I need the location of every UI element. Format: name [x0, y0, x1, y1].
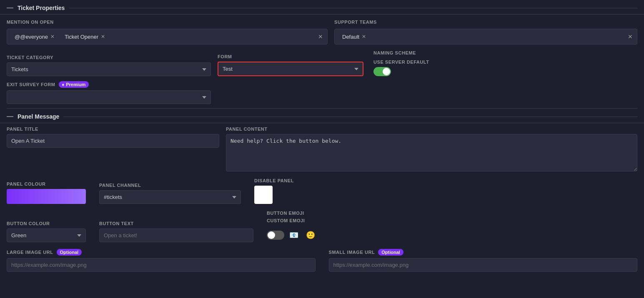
small-image-url-input[interactable]	[329, 258, 638, 272]
support-tag-default-text: Default	[342, 34, 359, 40]
support-tags-container[interactable]: Default ✕ ✕	[334, 29, 637, 45]
panel-message-header: — Panel Message	[0, 109, 644, 123]
panel-channel-select[interactable]: #tickets	[99, 190, 241, 204]
use-server-default-label: USE SERVER DEFAULT	[373, 60, 429, 65]
button-text-input[interactable]	[99, 228, 253, 242]
custom-emoji-toggle[interactable]	[267, 231, 284, 240]
form-field: FORM Test	[218, 54, 363, 76]
panel-content-label: PANEL CONTENT	[226, 127, 637, 132]
panel-title-field: PANEL TITLE	[7, 127, 219, 171]
panel-header-divider	[63, 117, 637, 117]
mention-tag-everyone-text: @@everyone	[15, 34, 48, 40]
mention-tag-everyone-close[interactable]: ✕	[50, 34, 55, 40]
emoji-picker-button[interactable]: 🙂	[303, 228, 318, 242]
form-label: FORM	[218, 54, 363, 59]
small-image-url-label: SMALL IMAGE URL	[329, 250, 375, 255]
mention-tag-ticket-opener-close[interactable]: ✕	[101, 34, 105, 40]
support-tags-clear[interactable]: ✕	[628, 33, 633, 40]
button-colour-field: BUTTON COLOUR Green Red Blue Grey	[7, 221, 86, 242]
naming-scheme-label: NAMING SCHEME	[373, 50, 429, 55]
form-highlight-box: Test	[218, 62, 363, 76]
use-server-default-toggle-wrapper	[373, 67, 429, 76]
use-server-default-toggle[interactable]	[373, 67, 391, 76]
disable-panel-label: DISABLE PANEL	[254, 178, 294, 183]
exit-survey-form-label: EXIT SURVEY FORM	[7, 82, 55, 87]
panel-colour-label: PANEL COLOUR	[7, 181, 86, 186]
mention-tag-ticket-opener-text: Ticket Opener	[65, 34, 98, 40]
disable-panel-box[interactable]	[254, 186, 273, 204]
panel-content-textarea[interactable]: Need help? Click the button below.	[226, 134, 637, 171]
ticket-properties-title: Ticket Properties	[18, 5, 65, 11]
mention-tags-clear[interactable]: ✕	[318, 33, 323, 40]
premium-icon: ♦	[62, 82, 65, 87]
panel-title-input[interactable]	[7, 134, 219, 148]
large-image-optional-badge: Optional	[57, 249, 82, 256]
mention-tags-container[interactable]: @@everyone ✕ Ticket Opener ✕ ✕	[7, 29, 328, 45]
ticket-properties-section: — Ticket Properties MENTION ON OPEN @@ev…	[0, 0, 644, 108]
emoji-mail-icon: 📧	[289, 231, 298, 240]
panel-message-section: — Panel Message PANEL TITLE PANEL CONTEN…	[0, 109, 644, 275]
button-text-label: BUTTON TEXT	[99, 221, 253, 226]
ticket-properties-header: — Ticket Properties	[0, 0, 644, 15]
collapse-icon[interactable]: —	[7, 4, 13, 12]
mention-on-open-label: MENTION ON OPEN	[7, 17, 328, 26]
support-teams-label: SUPPORT TEAMS	[334, 17, 637, 26]
ticket-category-field: TICKET CATEGORY Tickets	[7, 55, 211, 76]
button-emoji-field: BUTTON EMOJI CUSTOM EMOJI 📧 🙂	[267, 211, 318, 242]
premium-label: Premium	[66, 82, 85, 87]
panel-colour-field: PANEL COLOUR	[7, 181, 86, 204]
panel-colour-picker[interactable]	[7, 189, 86, 204]
support-tag-default-close[interactable]: ✕	[362, 34, 366, 40]
small-image-url-field: SMALL IMAGE URL Optional	[329, 249, 638, 272]
naming-scheme-field: NAMING SCHEME USE SERVER DEFAULT	[373, 50, 429, 76]
custom-emoji-label: CUSTOM EMOJI	[267, 218, 318, 223]
large-image-url-input[interactable]	[7, 258, 316, 272]
exit-survey-select[interactable]	[7, 90, 211, 104]
small-image-optional-badge: Optional	[378, 249, 403, 256]
panel-content-field: PANEL CONTENT Need help? Click the butto…	[226, 127, 637, 171]
panel-channel-field: PANEL CHANNEL #tickets	[99, 183, 241, 204]
form-select[interactable]: Test	[218, 62, 363, 75]
premium-badge: ♦ Premium	[59, 81, 89, 88]
disable-panel-field: DISABLE PANEL	[254, 178, 294, 204]
large-image-url-label: LARGE IMAGE URL	[7, 250, 53, 255]
panel-collapse-icon[interactable]: —	[7, 113, 13, 120]
button-colour-select[interactable]: Green Red Blue Grey	[7, 228, 86, 242]
exit-survey-row: EXIT SURVEY FORM ♦ Premium	[0, 79, 644, 108]
ticket-category-label: TICKET CATEGORY	[7, 55, 211, 60]
emoji-smiley-icon: 🙂	[306, 231, 315, 240]
button-colour-label: BUTTON COLOUR	[7, 221, 86, 226]
support-tag-default: Default ✕	[339, 32, 369, 42]
mention-tag-ticket-opener: Ticket Opener ✕	[61, 32, 108, 42]
button-emoji-label: BUTTON EMOJI	[267, 211, 318, 216]
panel-title-label: PANEL TITLE	[7, 127, 219, 132]
large-image-url-field: LARGE IMAGE URL Optional	[7, 249, 316, 272]
header-divider	[69, 8, 637, 8]
panel-channel-label: PANEL CHANNEL	[99, 183, 241, 188]
ticket-category-select[interactable]: Tickets	[7, 62, 211, 76]
panel-message-title: Panel Message	[18, 113, 59, 120]
button-text-field: BUTTON TEXT	[99, 221, 253, 242]
mention-tag-everyone: @@everyone ✕	[11, 32, 58, 42]
